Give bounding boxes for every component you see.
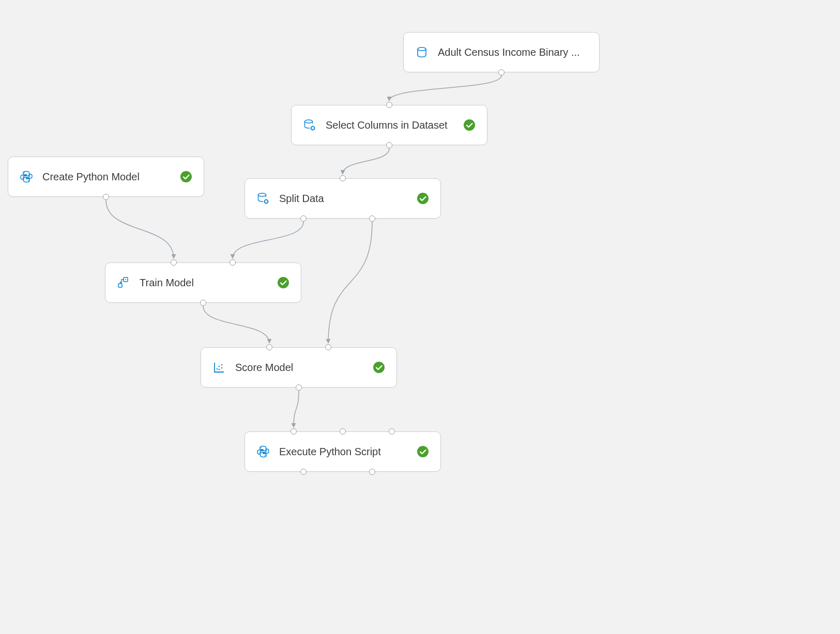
node-select[interactable]: Select Columns in Dataset <box>291 105 487 145</box>
input-port[interactable] <box>171 259 177 266</box>
edge[interactable] <box>389 75 501 101</box>
node-label: Train Model <box>140 277 271 289</box>
output-port[interactable] <box>300 215 307 222</box>
node-split[interactable]: Split Data <box>245 178 441 219</box>
input-port[interactable] <box>266 344 272 350</box>
status-success-icon <box>463 119 476 131</box>
svg-point-0 <box>418 48 426 51</box>
svg-point-15 <box>219 366 220 367</box>
svg-point-20 <box>261 447 262 449</box>
svg-point-13 <box>278 277 289 288</box>
model-icon <box>117 276 130 289</box>
database-gear-icon <box>256 192 270 205</box>
svg-point-12 <box>125 279 126 280</box>
chart-icon <box>212 361 226 374</box>
edge[interactable] <box>106 200 174 258</box>
svg-point-4 <box>258 193 266 196</box>
svg-point-8 <box>28 180 29 181</box>
svg-point-19 <box>373 362 385 373</box>
python-icon <box>256 445 270 458</box>
svg-point-7 <box>24 173 25 174</box>
status-success-icon <box>180 171 192 183</box>
node-label: Split Data <box>279 193 410 205</box>
status-success-icon <box>277 276 289 289</box>
svg-point-21 <box>265 455 266 456</box>
input-port[interactable] <box>230 259 236 266</box>
edge[interactable] <box>343 148 389 174</box>
edge[interactable] <box>233 222 303 258</box>
status-success-icon <box>373 361 385 374</box>
svg-point-16 <box>219 369 220 370</box>
edge[interactable] <box>203 306 269 343</box>
status-success-icon <box>417 192 429 205</box>
svg-point-18 <box>221 367 223 369</box>
node-label: Create Python Model <box>42 171 174 183</box>
svg-point-17 <box>221 364 223 366</box>
output-port[interactable] <box>103 194 109 200</box>
status-success-icon <box>417 445 429 458</box>
svg-point-14 <box>217 368 218 370</box>
node-cpm[interactable]: Create Python Model <box>8 157 204 197</box>
output-port[interactable] <box>386 142 392 148</box>
input-port[interactable] <box>386 102 392 108</box>
database-gear-icon <box>303 118 316 132</box>
edge[interactable] <box>294 391 299 427</box>
input-port[interactable] <box>325 344 331 350</box>
input-port[interactable] <box>340 175 346 181</box>
svg-point-22 <box>417 446 429 457</box>
node-score[interactable]: Score Model <box>201 347 397 388</box>
node-exec[interactable]: Execute Python Script <box>245 431 441 472</box>
edge[interactable] <box>328 222 372 343</box>
node-label: Execute Python Script <box>279 446 410 458</box>
connectors-layer <box>0 0 840 634</box>
output-port[interactable] <box>200 300 206 306</box>
svg-point-9 <box>180 171 192 182</box>
svg-point-6 <box>417 193 429 204</box>
node-train[interactable]: Train Model <box>105 262 301 303</box>
input-port[interactable] <box>340 428 346 435</box>
node-label: Score Model <box>235 362 366 374</box>
python-icon <box>20 170 33 183</box>
output-port[interactable] <box>369 469 375 475</box>
svg-point-3 <box>464 119 475 131</box>
node-dataset[interactable]: Adult Census Income Binary ... <box>403 32 600 72</box>
output-port[interactable] <box>498 69 505 75</box>
pipeline-canvas[interactable]: Adult Census Income Binary ... Select Co… <box>0 0 840 634</box>
svg-rect-11 <box>118 284 122 287</box>
input-port[interactable] <box>389 428 395 435</box>
node-label: Adult Census Income Binary ... <box>438 47 588 58</box>
output-port[interactable] <box>300 469 307 475</box>
output-port[interactable] <box>296 384 302 391</box>
database-icon <box>415 45 429 59</box>
input-port[interactable] <box>291 428 297 435</box>
output-port[interactable] <box>369 215 375 222</box>
svg-point-1 <box>305 120 313 123</box>
node-label: Select Columns in Dataset <box>326 119 457 131</box>
